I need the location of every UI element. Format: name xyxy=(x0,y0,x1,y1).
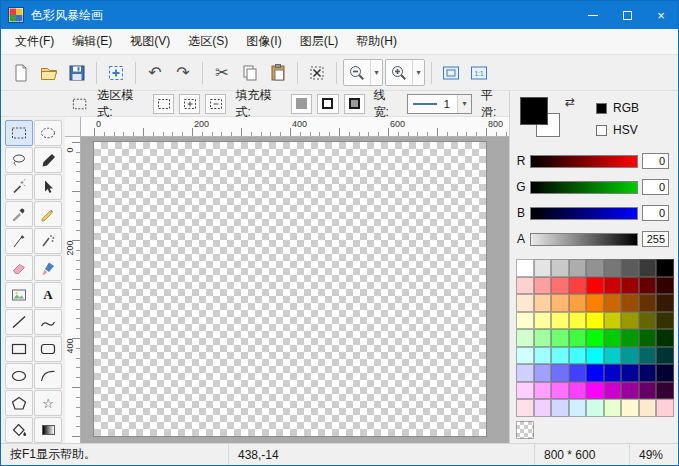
palette-swatch[interactable] xyxy=(656,277,674,295)
lasso-tool[interactable] xyxy=(5,147,33,173)
palette-swatch[interactable] xyxy=(569,312,587,330)
red-value-input[interactable]: 0 xyxy=(642,153,669,169)
palette-swatch[interactable] xyxy=(656,294,674,312)
line-tool[interactable] xyxy=(5,309,33,335)
redo-button[interactable]: ↷ xyxy=(169,59,197,86)
palette-swatch[interactable] xyxy=(639,277,657,295)
eraser-tool[interactable] xyxy=(5,255,33,281)
palette-swatch[interactable] xyxy=(604,259,622,277)
curve-tool[interactable] xyxy=(34,309,62,335)
menu-item-layer[interactable]: 图层(L) xyxy=(291,29,348,54)
palette-swatch[interactable] xyxy=(656,329,674,347)
palette-swatch[interactable] xyxy=(516,399,534,417)
palette-swatch[interactable] xyxy=(586,329,604,347)
transparent-swatch[interactable] xyxy=(516,421,534,439)
palette-swatch[interactable] xyxy=(569,277,587,295)
canvas-image[interactable] xyxy=(94,142,486,436)
palette-swatch[interactable] xyxy=(639,312,657,330)
zoom-out-button[interactable] xyxy=(344,59,370,86)
ellipse-tool[interactable] xyxy=(5,363,33,389)
line-width-select[interactable]: 1 ▾ xyxy=(407,94,472,114)
palette-swatch[interactable] xyxy=(621,399,639,417)
palette-swatch[interactable] xyxy=(569,347,587,365)
deselect-button[interactable] xyxy=(303,59,331,86)
palette-swatch[interactable] xyxy=(551,382,569,400)
palette-swatch[interactable] xyxy=(586,277,604,295)
palette-swatch[interactable] xyxy=(534,259,552,277)
palette-swatch[interactable] xyxy=(604,277,622,295)
palette-swatch[interactable] xyxy=(604,294,622,312)
palette-swatch[interactable] xyxy=(569,294,587,312)
rgb-checkbox[interactable] xyxy=(596,103,607,114)
palette-swatch[interactable] xyxy=(621,312,639,330)
palette-swatch[interactable] xyxy=(534,347,552,365)
palette-swatch[interactable] xyxy=(551,312,569,330)
paste-button[interactable] xyxy=(264,59,292,86)
rect-select-tool[interactable] xyxy=(5,120,33,146)
palette-swatch[interactable] xyxy=(604,399,622,417)
palette-swatch[interactable] xyxy=(639,364,657,382)
blue-value-input[interactable]: 0 xyxy=(642,205,669,221)
palette-swatch[interactable] xyxy=(569,364,587,382)
fill-only-button[interactable] xyxy=(291,94,312,114)
palette-swatch[interactable] xyxy=(569,329,587,347)
polygon-tool[interactable] xyxy=(5,390,33,416)
palette-swatch[interactable] xyxy=(639,329,657,347)
close-button[interactable]: × xyxy=(644,1,678,29)
palette-swatch[interactable] xyxy=(639,259,657,277)
palette-swatch[interactable] xyxy=(551,347,569,365)
alpha-slider[interactable] xyxy=(530,233,638,246)
palette-swatch[interactable] xyxy=(516,329,534,347)
palette-swatch[interactable] xyxy=(656,259,674,277)
palette-swatch[interactable] xyxy=(621,382,639,400)
copy-button[interactable] xyxy=(236,59,264,86)
polygon-select-tool[interactable] xyxy=(34,147,62,173)
canvas-viewport[interactable] xyxy=(81,137,509,443)
palette-swatch[interactable] xyxy=(516,347,534,365)
zoom-in-dropdown[interactable]: ▾ xyxy=(412,60,424,85)
palette-swatch[interactable] xyxy=(534,364,552,382)
palette-swatch[interactable] xyxy=(586,259,604,277)
palette-swatch[interactable] xyxy=(516,312,534,330)
palette-swatch[interactable] xyxy=(534,399,552,417)
palette-swatch[interactable] xyxy=(604,364,622,382)
palette-swatch[interactable] xyxy=(551,329,569,347)
palette-swatch[interactable] xyxy=(656,347,674,365)
menu-item-help[interactable]: 帮助(H) xyxy=(347,29,406,54)
palette-swatch[interactable] xyxy=(656,399,674,417)
rectangle-tool[interactable] xyxy=(5,336,33,362)
menu-item-image[interactable]: 图像(I) xyxy=(237,29,290,54)
pen-tool[interactable] xyxy=(5,228,33,254)
hsv-checkbox[interactable] xyxy=(596,125,607,136)
blue-slider[interactable] xyxy=(530,207,638,220)
palette-swatch[interactable] xyxy=(586,294,604,312)
palette-swatch[interactable] xyxy=(604,312,622,330)
move-select-tool[interactable] xyxy=(34,174,62,200)
palette-swatch[interactable] xyxy=(534,312,552,330)
menu-item-edit[interactable]: 编辑(E) xyxy=(63,29,121,54)
palette-swatch[interactable] xyxy=(516,294,534,312)
zoom-in-button[interactable] xyxy=(386,59,412,86)
palette-swatch[interactable] xyxy=(516,364,534,382)
menu-item-view[interactable]: 视图(V) xyxy=(121,29,179,54)
resize-canvas-button[interactable] xyxy=(102,59,130,86)
palette-swatch[interactable] xyxy=(551,364,569,382)
text-tool[interactable]: A xyxy=(34,282,62,308)
palette-swatch[interactable] xyxy=(639,347,657,365)
pencil-tool[interactable] xyxy=(34,201,62,227)
selection-new-button[interactable] xyxy=(153,94,174,114)
green-slider[interactable] xyxy=(530,181,638,194)
minimize-button[interactable] xyxy=(576,1,610,29)
gradient-tool[interactable] xyxy=(34,417,62,443)
brush-tool[interactable] xyxy=(34,255,62,281)
palette-swatch[interactable] xyxy=(621,347,639,365)
palette-swatch[interactable] xyxy=(586,382,604,400)
palette-swatch[interactable] xyxy=(534,294,552,312)
palette-swatch[interactable] xyxy=(639,294,657,312)
insert-image-tool[interactable] xyxy=(5,282,33,308)
palette-swatch[interactable] xyxy=(586,399,604,417)
ellipse-select-tool[interactable] xyxy=(34,120,62,146)
red-slider[interactable] xyxy=(530,155,638,168)
foreground-color-swatch[interactable] xyxy=(520,97,548,125)
fill-and-outline-button[interactable] xyxy=(344,94,365,114)
